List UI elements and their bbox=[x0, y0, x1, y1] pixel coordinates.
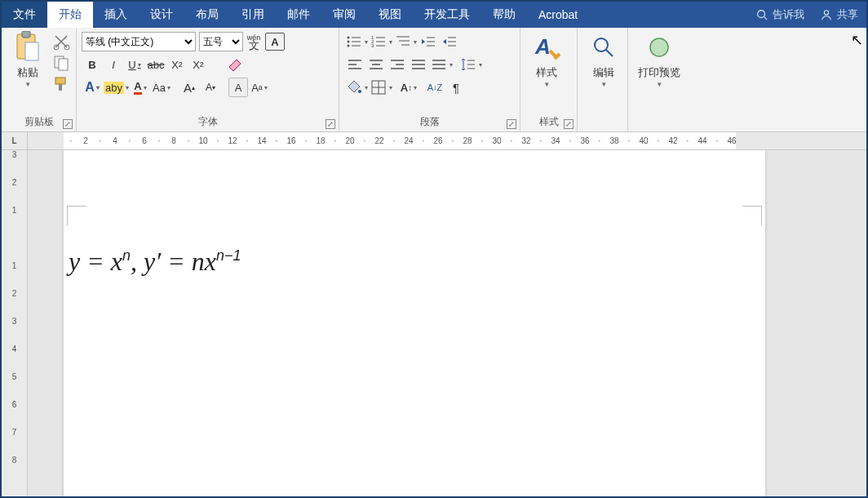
superscript-button[interactable]: X2 bbox=[188, 55, 208, 74]
copy-button[interactable] bbox=[51, 53, 71, 73]
tab-mailings[interactable]: 邮件 bbox=[276, 2, 321, 28]
ruler-tick: · bbox=[416, 132, 431, 149]
styles-launcher[interactable]: ⤢ bbox=[564, 119, 574, 129]
share-button[interactable]: 共享 bbox=[813, 2, 866, 28]
font-launcher[interactable]: ⤢ bbox=[326, 119, 335, 129]
highlight-button[interactable]: aby▾ bbox=[104, 78, 129, 97]
tab-references[interactable]: 引用 bbox=[230, 2, 276, 28]
sort-button[interactable]: A↓Z bbox=[425, 78, 445, 97]
paragraph-launcher[interactable]: ⤢ bbox=[507, 119, 516, 129]
svg-point-51 bbox=[358, 90, 361, 93]
tab-acrobat[interactable]: Acrobat bbox=[527, 2, 589, 28]
svg-point-12 bbox=[348, 37, 350, 39]
multilevel-list-button[interactable]: ▾ bbox=[394, 32, 417, 51]
align-right-button[interactable] bbox=[388, 55, 407, 74]
svg-point-58 bbox=[650, 38, 668, 56]
ruler-tick: 2 bbox=[2, 178, 27, 187]
italic-button[interactable]: I bbox=[104, 55, 123, 74]
ruler-tick: 44 bbox=[695, 132, 710, 149]
share-label: 共享 bbox=[837, 7, 858, 22]
tab-review[interactable]: 审阅 bbox=[321, 2, 367, 28]
ruler-tick: · bbox=[93, 132, 108, 149]
font-size-select[interactable]: 五号 bbox=[199, 32, 243, 51]
ruler-tick: 34 bbox=[548, 132, 563, 149]
print-preview-button[interactable]: 打印预览 bbox=[638, 65, 680, 80]
ruler-tick: · bbox=[534, 132, 548, 149]
increase-indent-button[interactable] bbox=[440, 32, 459, 51]
grow-font-button[interactable]: A▴ bbox=[179, 78, 199, 97]
tab-design[interactable]: 设计 bbox=[139, 2, 184, 28]
font-name-select[interactable]: 等线 (中文正文) bbox=[82, 32, 196, 51]
ruler-tick: 4 bbox=[108, 132, 122, 149]
clear-format-button[interactable]: A bbox=[228, 78, 248, 97]
print-preview-dropdown[interactable]: ▾ bbox=[658, 80, 662, 88]
tab-file[interactable]: 文件 bbox=[2, 2, 47, 28]
line-spacing-button[interactable]: ▾ bbox=[459, 55, 482, 74]
ruler-tick: 6 bbox=[137, 132, 152, 149]
equation-text[interactable]: y = xn, y′ = nxn−1 bbox=[69, 247, 241, 277]
tab-layout[interactable]: 布局 bbox=[184, 2, 230, 28]
horizontal-ruler[interactable]: L ·2·4·6·8·10·12·14·16·18·20·22·24·26·28… bbox=[2, 132, 866, 150]
tab-help[interactable]: 帮助 bbox=[481, 2, 527, 28]
shading-button[interactable]: ▾ bbox=[345, 78, 368, 97]
vertical-ruler[interactable]: 32112345678 bbox=[2, 150, 28, 496]
align-distributed-button[interactable]: ▾ bbox=[430, 55, 453, 74]
styles-icon: A bbox=[530, 31, 563, 64]
align-center-button[interactable] bbox=[366, 55, 386, 74]
svg-point-2 bbox=[824, 11, 828, 15]
format-painter-button[interactable] bbox=[51, 74, 71, 94]
tab-developer[interactable]: 开发工具 bbox=[413, 2, 481, 28]
group-paragraph-label: 段落 bbox=[420, 116, 440, 127]
ribbon: 粘贴 ▾ 剪贴板⤢ bbox=[2, 28, 866, 132]
group-styles-label: 样式 bbox=[539, 116, 559, 127]
font-color-button[interactable]: A▾ bbox=[131, 78, 150, 97]
page[interactable]: y = xn, y′ = nxn−1 bbox=[64, 150, 765, 496]
tab-home[interactable]: 开始 bbox=[47, 2, 93, 28]
show-marks-button[interactable]: ¶ bbox=[446, 78, 466, 97]
underline-button[interactable]: U▾ bbox=[125, 55, 144, 74]
subscript-button[interactable]: X2 bbox=[167, 55, 187, 74]
tell-me-label: 告诉我 bbox=[773, 7, 804, 22]
tell-me-search[interactable]: 告诉我 bbox=[748, 2, 813, 28]
change-case-button[interactable]: Aa▾ bbox=[250, 78, 269, 97]
bold-button[interactable]: B bbox=[82, 55, 102, 74]
paste-dropdown[interactable]: ▾ bbox=[26, 80, 30, 88]
shrink-font-button[interactable]: A▾ bbox=[201, 78, 220, 97]
bullets-button[interactable]: ▾ bbox=[345, 32, 368, 51]
ruler-tick: 26 bbox=[431, 132, 445, 149]
ruler-tick: · bbox=[269, 132, 284, 149]
ruler-tick: · bbox=[181, 132, 196, 149]
tab-selector[interactable]: L bbox=[2, 132, 28, 149]
ruler-tick: · bbox=[445, 132, 460, 149]
ruler-tick: 6 bbox=[2, 400, 27, 409]
char-scaling-button[interactable]: Aa▾ bbox=[152, 78, 171, 97]
character-border-button[interactable]: A bbox=[265, 33, 285, 51]
tab-insert[interactable]: 插入 bbox=[93, 2, 139, 28]
phonetic-guide-button[interactable]: wén文 bbox=[244, 32, 264, 51]
eraser-icon[interactable] bbox=[224, 55, 244, 74]
ruler-tick: · bbox=[563, 132, 578, 149]
borders-button[interactable]: ▾ bbox=[370, 78, 392, 97]
svg-text:3: 3 bbox=[371, 43, 374, 48]
numbering-button[interactable]: 123▾ bbox=[370, 32, 392, 51]
editing-dropdown[interactable]: ▾ bbox=[602, 80, 606, 88]
ruler-tick: · bbox=[475, 132, 489, 149]
strikethrough-button[interactable]: abc bbox=[146, 55, 166, 74]
styles-dropdown[interactable]: ▾ bbox=[545, 80, 549, 88]
tab-view[interactable]: 视图 bbox=[367, 2, 413, 28]
text-effects-button[interactable]: A▾ bbox=[82, 78, 102, 97]
text-direction-button[interactable]: A↕▾ bbox=[399, 78, 418, 97]
align-justify-button[interactable] bbox=[409, 55, 428, 74]
svg-point-16 bbox=[348, 45, 350, 47]
document-area[interactable]: y = xn, y′ = nxn−1 bbox=[28, 150, 866, 496]
paste-button[interactable]: 粘贴 bbox=[17, 65, 38, 80]
ruler-tick: 2 bbox=[78, 132, 93, 149]
margin-corner-tr bbox=[742, 206, 762, 225]
editing-button[interactable]: 编辑 bbox=[593, 65, 614, 80]
styles-button[interactable]: 样式 bbox=[536, 65, 557, 80]
align-left-button[interactable] bbox=[345, 55, 365, 74]
cut-button[interactable] bbox=[51, 32, 71, 51]
clipboard-launcher[interactable]: ⤢ bbox=[63, 119, 73, 129]
decrease-indent-button[interactable] bbox=[418, 32, 438, 51]
ruler-tick: · bbox=[710, 132, 724, 149]
